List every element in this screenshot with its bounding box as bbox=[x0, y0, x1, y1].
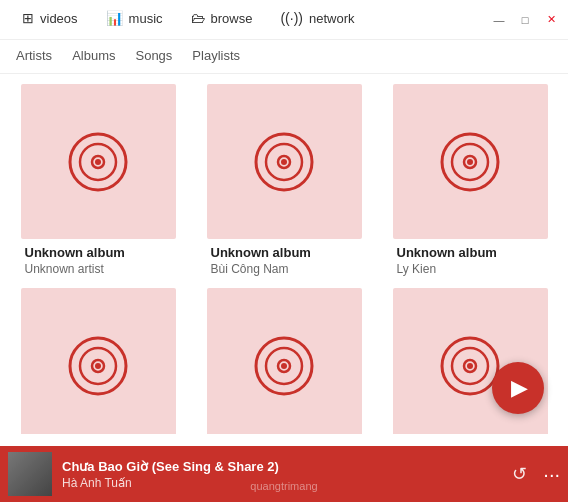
tab-browse-label: browse bbox=[211, 11, 253, 26]
play-fab-button[interactable]: ▶ bbox=[492, 362, 544, 414]
nav-tabs: ⊞ videos 📊 music 🗁 browse ((·)) network bbox=[8, 2, 490, 37]
network-icon: ((·)) bbox=[280, 10, 303, 26]
sub-nav: Artists Albums Songs Playlists bbox=[0, 40, 568, 74]
close-button[interactable]: ✕ bbox=[542, 11, 560, 29]
now-playing-bar: Chưa Bao Giờ (See Sing & Share 2) Hà Anh… bbox=[0, 446, 568, 502]
svg-point-19 bbox=[281, 363, 287, 369]
album-thumb-2 bbox=[207, 84, 362, 239]
disc-icon-3 bbox=[440, 132, 500, 192]
album-info-1: Unknown album Unknown artist bbox=[21, 239, 176, 278]
disc-icon-1 bbox=[68, 132, 128, 192]
album-card-3[interactable]: Unknown album Ly Kien bbox=[382, 84, 558, 278]
album-card-6[interactable]: Unknown album bbox=[382, 288, 558, 434]
album-thumb-4 bbox=[21, 288, 176, 434]
album-info-3: Unknown album Ly Kien bbox=[393, 239, 548, 278]
tab-videos-label: videos bbox=[40, 11, 78, 26]
now-playing-controls: ↺ ··· bbox=[512, 463, 560, 486]
window-controls: — □ ✕ bbox=[490, 11, 560, 29]
svg-point-7 bbox=[281, 159, 287, 165]
videos-icon: ⊞ bbox=[22, 10, 34, 26]
title-bar: ⊞ videos 📊 music 🗁 browse ((·)) network … bbox=[0, 0, 568, 40]
disc-icon-6 bbox=[440, 336, 500, 396]
album-title-1: Unknown album bbox=[25, 245, 172, 260]
disc-icon-5 bbox=[254, 336, 314, 396]
minimize-button[interactable]: — bbox=[490, 11, 508, 29]
album-artist-1: Unknown artist bbox=[25, 262, 172, 276]
album-info-2: Unknown album Bùi Công Nam bbox=[207, 239, 362, 278]
play-fab-icon: ▶ bbox=[511, 375, 528, 401]
albums-grid: Unknown album Unknown artist Unknown alb… bbox=[0, 74, 568, 434]
album-card-2[interactable]: Unknown album Bùi Công Nam bbox=[196, 84, 372, 278]
album-title-2: Unknown album bbox=[211, 245, 358, 260]
now-playing-artist: Hà Anh Tuấn bbox=[62, 476, 502, 490]
subnav-playlists[interactable]: Playlists bbox=[192, 48, 240, 65]
album-thumb-3 bbox=[393, 84, 548, 239]
album-title-3: Unknown album bbox=[397, 245, 544, 260]
album-card-1[interactable]: Unknown album Unknown artist bbox=[10, 84, 186, 278]
album-card-5[interactable]: Unknown album bbox=[196, 288, 372, 434]
more-options-button[interactable]: ··· bbox=[543, 463, 560, 486]
maximize-button[interactable]: □ bbox=[516, 11, 534, 29]
tab-videos[interactable]: ⊞ videos bbox=[8, 2, 92, 37]
album-artist-3: Ly Kien bbox=[397, 262, 544, 276]
album-thumb-1 bbox=[21, 84, 176, 239]
svg-point-23 bbox=[467, 363, 473, 369]
svg-point-15 bbox=[95, 363, 101, 369]
subnav-songs[interactable]: Songs bbox=[135, 48, 172, 65]
now-playing-thumb-img bbox=[8, 452, 52, 496]
browse-icon: 🗁 bbox=[191, 10, 205, 26]
album-thumb-5 bbox=[207, 288, 362, 434]
subnav-artists[interactable]: Artists bbox=[16, 48, 52, 65]
svg-point-3 bbox=[95, 159, 101, 165]
now-playing-title: Chưa Bao Giờ (See Sing & Share 2) bbox=[62, 459, 502, 474]
tab-network[interactable]: ((·)) network bbox=[266, 2, 368, 37]
tab-network-label: network bbox=[309, 11, 355, 26]
subnav-albums[interactable]: Albums bbox=[72, 48, 115, 65]
disc-icon-4 bbox=[68, 336, 128, 396]
now-playing-info: Chưa Bao Giờ (See Sing & Share 2) Hà Anh… bbox=[62, 459, 502, 490]
tab-music-label: music bbox=[129, 11, 163, 26]
tab-browse[interactable]: 🗁 browse bbox=[177, 2, 267, 37]
album-artist-2: Bùi Công Nam bbox=[211, 262, 358, 276]
disc-icon-2 bbox=[254, 132, 314, 192]
repeat-button[interactable]: ↺ bbox=[512, 463, 527, 485]
album-card-4[interactable]: Unknown album bbox=[10, 288, 186, 434]
now-playing-thumbnail bbox=[8, 452, 52, 496]
tab-music[interactable]: 📊 music bbox=[92, 2, 177, 37]
music-icon: 📊 bbox=[106, 10, 123, 26]
svg-point-11 bbox=[467, 159, 473, 165]
